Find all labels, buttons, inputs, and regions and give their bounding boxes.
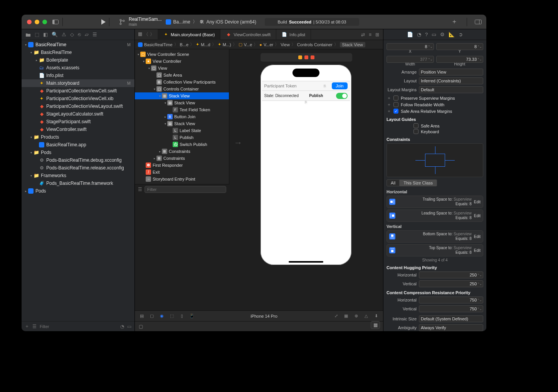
align-tool-icon[interactable]: ▦: [343, 313, 349, 318]
zoom-window-button[interactable]: [42, 20, 47, 24]
crumb[interactable]: M...): [223, 42, 231, 47]
seg-all[interactable]: All: [387, 179, 400, 186]
size-class-segmented[interactable]: All This Size Class: [387, 179, 483, 186]
preserve-superview-check[interactable]: [393, 95, 398, 101]
minimize-window-button[interactable]: [35, 20, 39, 24]
edit-button[interactable]: Edit: [474, 214, 481, 218]
outline-row[interactable]: ▾▢View Controller Scene: [135, 51, 229, 58]
outline-row[interactable]: ▾▤Stack View: [135, 99, 229, 106]
run-destination[interactable]: Ba...ime 〉 🛠 Any iOS Device (arm64): [166, 18, 256, 25]
scheme-selector[interactable]: RealTimeSam... main: [129, 17, 162, 26]
tree-root[interactable]: ▾ BasicRealTime M: [22, 41, 134, 49]
report-navigator-tab[interactable]: ☰: [92, 32, 97, 37]
vc-dock-icon[interactable]: [298, 55, 302, 59]
back-button[interactable]: 〈: [144, 31, 148, 38]
width-field[interactable]: 377: [387, 56, 434, 63]
ccr-h-field[interactable]: 750: [419, 297, 483, 303]
issue-navigator-tab[interactable]: ⚠: [62, 32, 66, 37]
tree-root[interactable]: ▸Pods: [22, 187, 134, 195]
constraint-top[interactable]: Top Space to: SuperviewEquals: 8 Edit: [387, 244, 483, 256]
tab-infoplist[interactable]: 📄 Info.plist: [276, 29, 311, 40]
tree-file-selected[interactable]: ✦ Main.storyboard M: [22, 79, 134, 87]
add-icon[interactable]: ＋: [387, 102, 391, 107]
tree-file[interactable]: ⚙Pods-BasicRealTime.debug.xcconfig: [22, 156, 134, 164]
recent-filter-icon[interactable]: ◔: [120, 324, 124, 329]
tree-file[interactable]: ✦ParticipantCollectionViewCell.xib: [22, 95, 134, 102]
ccr-v-field[interactable]: 750: [419, 305, 483, 312]
crumb[interactable]: V...e: [244, 42, 252, 47]
constraint-trailing[interactable]: Trailing Space to: SuperviewEquals: 8 Ed…: [387, 196, 483, 208]
intrinsic-select[interactable]: Default (System Defined): [419, 315, 483, 322]
embed-tool-icon[interactable]: ⬇: [373, 313, 379, 318]
history-inspector-tab[interactable]: ◔: [417, 32, 421, 37]
tree-file[interactable]: ◆ParticipantCollectionViewLayout.swift: [22, 102, 134, 110]
zoom-icon[interactable]: ⤢: [333, 313, 339, 318]
layout-select[interactable]: Inferred (Constraints): [419, 77, 483, 84]
edit-button[interactable]: Edit: [474, 248, 481, 253]
tree-file[interactable]: ◆StageParticipant.swift: [22, 118, 134, 126]
tree-group[interactable]: ▸📁 Boilerplate: [22, 56, 134, 64]
add-editor-button[interactable]: ＋: [445, 18, 464, 26]
toggle-debug-area-icon[interactable]: ▢: [139, 324, 143, 329]
tree-group[interactable]: ▾📁Products: [22, 133, 134, 141]
toggle-navigator-icon[interactable]: [52, 20, 59, 24]
device-selector[interactable]: iPhone 14 Pro: [199, 314, 329, 318]
breadcrumb-bar[interactable]: BasicRealTime〉 B...e〉 ✦ M...d〉 ✦ M...)〉 …: [135, 40, 383, 49]
arrange-select[interactable]: Position View: [419, 69, 483, 75]
scene-dock[interactable]: [261, 53, 352, 62]
forward-button[interactable]: 〉: [150, 31, 155, 38]
outlet-pin-icon[interactable]: ⎘: [304, 100, 308, 104]
simulator-device[interactable]: ⎘ Join State: Disconnected Publish ⎘: [261, 65, 351, 265]
seg-this-size-class[interactable]: This Size Class: [400, 179, 437, 186]
outlet-pin-icon[interactable]: ⎘: [323, 84, 327, 88]
constraint-leading[interactable]: Leading Space to: SuperviewEquals: 8 Edi…: [387, 209, 483, 222]
crumb[interactable]: View: [281, 42, 290, 47]
add-target-button[interactable]: ＋: [25, 323, 29, 330]
identity-inspector-tab[interactable]: ▭: [432, 32, 436, 37]
outline-row[interactable]: ▸⊞Constraints: [135, 155, 229, 162]
tree-group[interactable]: ▾📁Pods: [22, 149, 134, 156]
tree-file[interactable]: ◆ViewController.swift: [22, 126, 134, 133]
outline-row[interactable]: FText Field Token: [135, 106, 229, 113]
close-window-button[interactable]: [27, 20, 32, 24]
debug-navigator-tab[interactable]: ⎋: [78, 32, 81, 37]
safearea-relative-check[interactable]: ✓: [393, 109, 398, 114]
find-navigator-tab[interactable]: 🔍: [52, 32, 58, 37]
tree-group[interactable]: ▾📁Frameworks: [22, 172, 134, 179]
tab-main-storyboard[interactable]: ✦ Main.storyboard (Base): [158, 29, 220, 40]
join-button[interactable]: Join: [332, 82, 347, 89]
project-navigator-tab[interactable]: [25, 32, 31, 37]
crumb[interactable]: V...er: [264, 42, 273, 47]
tree-file[interactable]: BasicRealTime.app: [22, 141, 134, 149]
outline-filter-input[interactable]: [145, 186, 226, 193]
chp-h-field[interactable]: 250: [419, 271, 483, 278]
device-icon[interactable]: 📱: [189, 313, 195, 318]
outline-row[interactable]: ▢Safe Area: [135, 72, 229, 79]
add-icon[interactable]: ＋: [387, 108, 391, 114]
edit-button[interactable]: Edit: [474, 235, 481, 239]
constraint-bottom[interactable]: Bottom Space to: SuperviewEquals: 8 Edit: [387, 230, 483, 243]
tree-file[interactable]: ⚙Pods-BasicRealTime.release.xcconfig: [22, 164, 134, 172]
pin-tool-icon[interactable]: ⊕: [353, 313, 359, 318]
outline-row[interactable]: ❶First Responder: [135, 162, 229, 169]
outline-row[interactable]: ▸BButton Join: [135, 113, 229, 120]
edit-button[interactable]: Edit: [474, 200, 481, 204]
crumb[interactable]: BasicRealTime: [144, 42, 173, 47]
toggle-outline-icon[interactable]: ▤: [139, 313, 145, 318]
ambiguity-select[interactable]: Always Verify: [419, 324, 483, 331]
token-field[interactable]: [264, 84, 323, 88]
pos-x-field[interactable]: 8: [387, 43, 434, 50]
height-field[interactable]: 73.33: [436, 56, 484, 63]
tree-file[interactable]: 📄 Info.plist: [22, 72, 134, 79]
canvas-mode-icon[interactable]: ▢: [149, 313, 155, 318]
outline-row[interactable]: LLabel State: [135, 127, 229, 134]
crumb[interactable]: Controls Container: [297, 42, 333, 47]
test-navigator-tab[interactable]: ◇: [70, 32, 74, 37]
add-icon[interactable]: ＋: [387, 95, 391, 101]
crumb[interactable]: M...d: [201, 42, 210, 47]
crumb-current[interactable]: Stack View: [340, 42, 365, 47]
scm-filter-icon[interactable]: ▭: [127, 324, 131, 329]
project-navigator-tree[interactable]: ▾ BasicRealTime M ▾📁 BasicRealTime ▸📁 Bo…: [22, 40, 134, 321]
first-responder-dock-icon[interactable]: [304, 55, 308, 59]
outline-row[interactable]: ⏻Switch Publish: [135, 141, 229, 148]
